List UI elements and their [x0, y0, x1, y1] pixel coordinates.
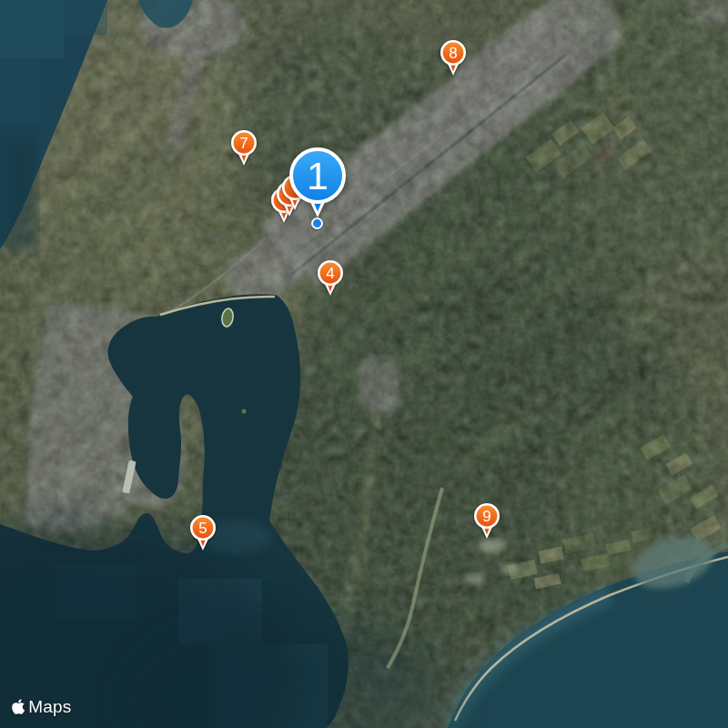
map-pin-9[interactable]: 9	[471, 501, 502, 541]
apple-maps-view: 178459 Maps	[0, 0, 728, 728]
map-pin-5[interactable]: 5	[187, 513, 218, 553]
cluster-marker-label: 1	[282, 146, 353, 206]
pin-label: 4	[315, 258, 346, 288]
map-pin-4[interactable]: 4	[315, 258, 346, 298]
pin-label: 7	[228, 128, 259, 157]
selected-cluster-marker[interactable]: 1	[282, 146, 353, 233]
maps-attribution[interactable]: Maps	[12, 698, 72, 715]
pin-label: 8	[438, 38, 469, 67]
pin-label: 5	[187, 513, 218, 542]
markers-layer: 178459	[0, 0, 728, 728]
attribution-label: Maps	[28, 698, 71, 715]
apple-logo-icon	[12, 698, 25, 715]
pin-label: 9	[471, 501, 502, 531]
map-pin-7[interactable]: 7	[228, 128, 259, 168]
map-pin-8[interactable]: 8	[438, 38, 469, 78]
